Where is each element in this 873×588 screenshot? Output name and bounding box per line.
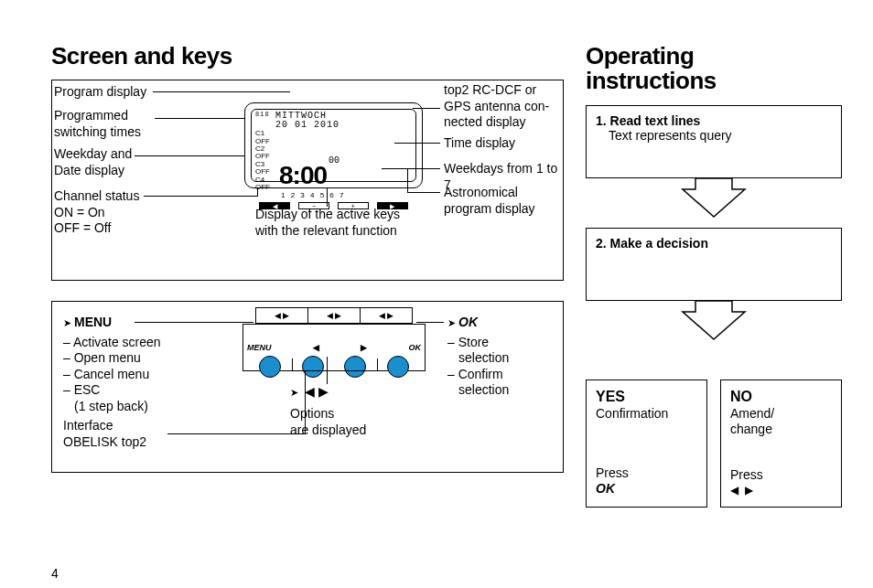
label-text: Interface [63, 418, 161, 434]
key-label-ok: OK [408, 343, 421, 353]
label-text: Options [290, 406, 366, 422]
label-text: Display of the active keys [255, 207, 400, 223]
yes-heading: YES [596, 388, 697, 406]
press-arrows: ◀ ▶ [730, 484, 763, 497]
page-number: 4 [51, 566, 59, 581]
label-text: are displayed [290, 422, 366, 439]
lcd-screen: 818 MITTWOCH 20 01 2010 C1 OFF C2 OFF C3… [244, 102, 423, 188]
ok-item: Confirm [447, 367, 509, 383]
label-astro: Astronomical program display [444, 185, 535, 217]
lcd-ch: C3 OFF [255, 161, 279, 176]
step-number: 2. [596, 236, 607, 251]
ok-item: selection [458, 382, 509, 399]
label-switching-times: Programmed switching times [54, 108, 141, 140]
step-title: Read text lines [610, 113, 701, 128]
arrow-down-icon [586, 178, 842, 228]
lcd-weekday-marks: 1 2 3 4 5 6 7 [281, 191, 412, 200]
label-text: GPS antenna con- [444, 99, 549, 115]
step-sub: Text represents query [609, 128, 832, 144]
step-number: 1. [596, 113, 607, 128]
lcd-date: 20 01 2010 [275, 121, 412, 130]
step-title: Make a decision [610, 236, 708, 251]
lcd-seconds: 00 [329, 155, 340, 167]
diagram-screen: Program display Programmed switching tim… [51, 80, 564, 281]
no-sub: Amend/ [730, 406, 832, 422]
ok-label: OK [458, 315, 478, 329]
label-text: OFF = Off [54, 220, 139, 237]
arrow-down-icon [586, 301, 842, 350]
lcd-channels: C1 OFF C2 OFF C3 OFF C4 OFF [255, 130, 279, 191]
label-text: Programmed [54, 108, 141, 124]
label-options-arrows: ➤ ◀ ▶ [290, 384, 329, 401]
button-menu[interactable] [259, 356, 281, 378]
ok-item: selection [458, 350, 509, 367]
topband-arrows: ◀ ▶ [308, 308, 361, 323]
key-label-right-icon: ▶ [361, 343, 367, 353]
menu-item: Activate screen [63, 335, 161, 351]
heading-line: Operating [586, 44, 842, 69]
label-program-display: Program display [54, 84, 146, 101]
step-make-decision: 2. Make a decision [586, 228, 842, 301]
box-no: NO Amend/ change Press ◀ ▶ [720, 380, 842, 508]
label-interface: Interface OBELISK top2 [63, 418, 161, 450]
lcd-time: 8:00 [279, 159, 327, 191]
topband-arrows: ◀ ▶ [361, 308, 412, 323]
menu-item: ESC [63, 382, 161, 399]
menu-item: Cancel menu [63, 367, 161, 383]
press-label: Press [730, 467, 763, 484]
label-active-keys: Display of the active keys with the rele… [255, 207, 400, 239]
key-label-left-icon: ◀ [313, 343, 319, 353]
lcd-ch: C1 OFF [255, 130, 279, 145]
label-text: Date display [54, 163, 132, 179]
label-text: ON = On [54, 205, 139, 221]
label-ok: ➤OK [447, 315, 509, 331]
lcd-ch: C2 OFF [255, 145, 279, 161]
no-sub: change [730, 422, 832, 438]
menu-label: MENU [74, 315, 112, 329]
obelisk-slot [292, 358, 378, 371]
menu-item: Open menu [63, 350, 161, 367]
label-text: Channel status [54, 188, 139, 205]
label-text: nected display [444, 114, 549, 131]
yes-sub: Confirmation [596, 406, 697, 422]
heading-screen-and-keys: Screen and keys [51, 44, 564, 69]
label-text: switching times [54, 124, 141, 141]
press-ok: OK [596, 481, 629, 497]
key-panel: ◀ ▶ ◀ ▶ ◀ ▶ MENU ◀ ▶ OK [242, 307, 426, 371]
no-heading: NO [730, 388, 832, 406]
label-text: program display [444, 201, 535, 218]
box-yes: YES Confirmation Press OK [586, 380, 707, 508]
menu-item-sub: (1 step back) [74, 399, 161, 415]
label-text: Weekday and [54, 146, 132, 163]
label-time-display: Time display [444, 135, 515, 152]
lcd-ch: C4 OFF [255, 176, 279, 192]
label-channel-status: Channel status ON = On OFF = Off [54, 188, 139, 237]
button-ok[interactable] [387, 356, 409, 378]
label-options: Options are displayed [290, 406, 366, 438]
label-text: Astronomical [444, 185, 535, 201]
topband-arrows: ◀ ▶ [256, 308, 308, 323]
label-weekday-date: Weekday and Date display [54, 146, 132, 178]
label-text: with the relevant function [255, 223, 400, 240]
ok-item: Store [447, 335, 509, 351]
heading-operating-instructions: Operating instructions [586, 44, 842, 94]
label-antenna: top2 RC-DCF or GPS antenna con- nected d… [444, 82, 549, 131]
step-read-text-lines: 1. Read text lines Text represents query [586, 105, 842, 178]
label-text: top2 RC-DCF or [444, 82, 549, 99]
press-label: Press [596, 465, 629, 482]
diagram-keys: ➤MENU Activate screen Open menu Cancel m… [51, 301, 564, 473]
label-text: OBELISK top2 [63, 434, 161, 451]
key-label-menu: MENU [247, 343, 272, 353]
heading-line: instructions [586, 69, 842, 93]
